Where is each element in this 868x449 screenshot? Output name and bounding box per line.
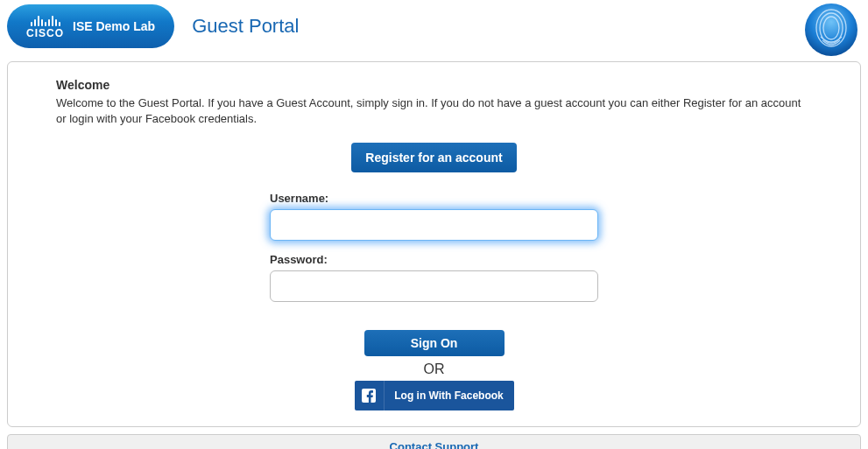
login-form: Username: Password:	[270, 192, 598, 314]
signon-button[interactable]: Sign On	[364, 330, 505, 356]
fingerprint-icon	[803, 2, 859, 58]
contact-support-link[interactable]: Contact Support	[390, 440, 479, 449]
facebook-icon	[355, 381, 385, 410]
welcome-heading: Welcome	[56, 78, 812, 92]
footer-panel: Contact Support	[7, 434, 861, 449]
header: CISCO ISE Demo Lab Guest Portal	[0, 0, 868, 53]
cisco-logo: CISCO	[26, 14, 64, 39]
facebook-login-button[interactable]: Log in With Facebook	[355, 381, 514, 410]
main-panel: Welcome Welcome to the Guest Portal. If …	[7, 61, 861, 427]
username-label: Username:	[270, 192, 598, 205]
brand-badge: CISCO ISE Demo Lab	[7, 4, 174, 48]
password-input[interactable]	[270, 270, 598, 302]
facebook-login-label: Log in With Facebook	[385, 389, 514, 402]
or-divider: OR	[424, 361, 445, 377]
svg-point-0	[805, 4, 857, 56]
lab-text: ISE Demo Lab	[73, 19, 155, 33]
register-button[interactable]: Register for an account	[351, 143, 516, 172]
brand-text: CISCO	[26, 27, 64, 39]
page-title: Guest Portal	[192, 15, 299, 38]
password-label: Password:	[270, 253, 598, 266]
welcome-text: Welcome to the Guest Portal. If you have…	[56, 95, 812, 127]
username-input[interactable]	[270, 209, 598, 241]
